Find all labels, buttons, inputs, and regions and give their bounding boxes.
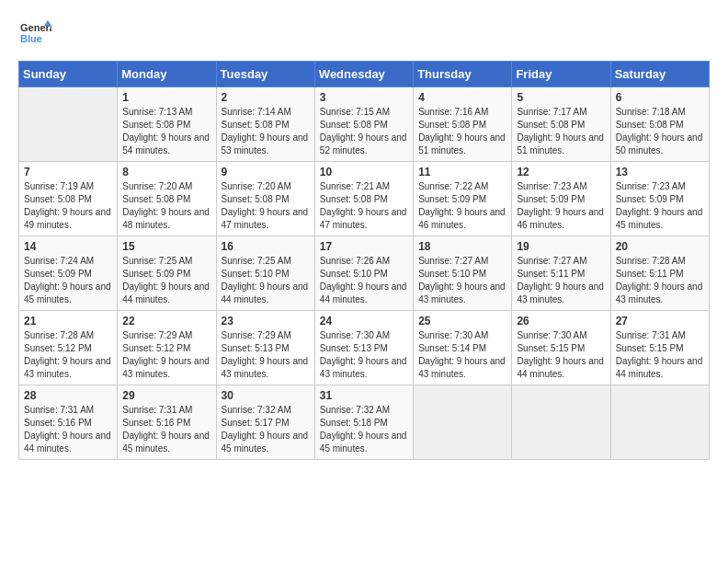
calendar-cell: 29 Sunrise: 7:31 AMSunset: 5:16 PMDaylig… (118, 385, 216, 460)
day-info: Sunrise: 7:25 AMSunset: 5:09 PMDaylight:… (122, 256, 210, 304)
calendar-cell: 18 Sunrise: 7:27 AMSunset: 5:10 PMDaylig… (414, 236, 512, 311)
day-number: 3 (320, 91, 408, 104)
calendar-cell: 17 Sunrise: 7:26 AMSunset: 5:10 PMDaylig… (314, 236, 413, 311)
calendar-cell: 14 Sunrise: 7:24 AMSunset: 5:09 PMDaylig… (19, 236, 118, 311)
calendar-cell: 15 Sunrise: 7:25 AMSunset: 5:09 PMDaylig… (118, 236, 216, 311)
day-number: 12 (517, 166, 605, 178)
calendar-cell: 2 Sunrise: 7:14 AMSunset: 5:08 PMDayligh… (216, 87, 314, 162)
day-number: 5 (517, 91, 605, 104)
day-number: 4 (418, 91, 506, 104)
svg-text:Blue: Blue (20, 33, 42, 44)
day-number: 1 (122, 91, 210, 104)
day-number: 14 (24, 240, 112, 253)
day-number: 27 (616, 315, 704, 327)
calendar-cell: 3 Sunrise: 7:15 AMSunset: 5:08 PMDayligh… (314, 87, 413, 162)
calendar-header-row: SundayMondayTuesdayWednesdayThursdayFrid… (19, 62, 710, 87)
day-number: 18 (418, 240, 506, 253)
logo: General Blue (18, 18, 51, 52)
day-header-wednesday: Wednesday (314, 62, 413, 87)
day-info: Sunrise: 7:24 AMSunset: 5:09 PMDaylight:… (24, 256, 111, 304)
day-number: 19 (517, 240, 605, 253)
day-number: 16 (222, 240, 310, 253)
day-info: Sunrise: 7:28 AMSunset: 5:12 PMDaylight:… (24, 330, 111, 379)
calendar-cell (19, 87, 118, 162)
day-info: Sunrise: 7:32 AMSunset: 5:18 PMDaylight:… (320, 405, 407, 454)
day-header-monday: Monday (118, 62, 216, 87)
calendar-cell: 16 Sunrise: 7:25 AMSunset: 5:10 PMDaylig… (216, 236, 314, 311)
calendar-cell: 6 Sunrise: 7:18 AMSunset: 5:08 PMDayligh… (610, 87, 709, 162)
day-number: 26 (517, 315, 605, 327)
calendar-cell: 10 Sunrise: 7:21 AMSunset: 5:08 PMDaylig… (314, 162, 413, 236)
day-number: 2 (222, 91, 310, 104)
calendar-cell (414, 385, 512, 460)
day-header-thursday: Thursday (414, 62, 512, 87)
day-number: 8 (122, 166, 210, 178)
calendar-cell: 31 Sunrise: 7:32 AMSunset: 5:18 PMDaylig… (314, 385, 413, 460)
day-info: Sunrise: 7:27 AMSunset: 5:11 PMDaylight:… (517, 256, 604, 304)
calendar-cell: 19 Sunrise: 7:27 AMSunset: 5:11 PMDaylig… (512, 236, 610, 311)
day-number: 29 (122, 389, 210, 402)
calendar-cell: 30 Sunrise: 7:32 AMSunset: 5:17 PMDaylig… (216, 385, 314, 460)
day-info: Sunrise: 7:25 AMSunset: 5:10 PMDaylight:… (222, 256, 309, 304)
day-info: Sunrise: 7:13 AMSunset: 5:08 PMDaylight:… (122, 107, 210, 155)
day-info: Sunrise: 7:18 AMSunset: 5:08 PMDaylight:… (616, 107, 703, 155)
day-number: 7 (24, 166, 112, 178)
logo-icon: General Blue (18, 18, 51, 52)
day-number: 21 (24, 315, 112, 327)
day-info: Sunrise: 7:26 AMSunset: 5:10 PMDaylight:… (320, 256, 407, 304)
day-info: Sunrise: 7:31 AMSunset: 5:15 PMDaylight:… (616, 330, 703, 379)
calendar-cell: 12 Sunrise: 7:23 AMSunset: 5:09 PMDaylig… (512, 162, 610, 236)
day-info: Sunrise: 7:20 AMSunset: 5:08 PMDaylight:… (222, 181, 309, 230)
calendar-week-row: 7 Sunrise: 7:19 AMSunset: 5:08 PMDayligh… (19, 162, 710, 236)
day-info: Sunrise: 7:31 AMSunset: 5:16 PMDaylight:… (24, 405, 111, 454)
day-info: Sunrise: 7:22 AMSunset: 5:09 PMDaylight:… (418, 181, 506, 230)
day-info: Sunrise: 7:32 AMSunset: 5:17 PMDaylight:… (222, 405, 309, 454)
day-info: Sunrise: 7:29 AMSunset: 5:12 PMDaylight:… (122, 330, 210, 379)
day-number: 11 (418, 166, 506, 178)
day-number: 30 (222, 389, 310, 402)
calendar-cell: 25 Sunrise: 7:30 AMSunset: 5:14 PMDaylig… (414, 311, 512, 385)
day-number: 9 (222, 166, 310, 178)
calendar-cell: 1 Sunrise: 7:13 AMSunset: 5:08 PMDayligh… (118, 87, 216, 162)
day-number: 15 (122, 240, 210, 253)
calendar-week-row: 28 Sunrise: 7:31 AMSunset: 5:16 PMDaylig… (19, 385, 710, 460)
day-info: Sunrise: 7:23 AMSunset: 5:09 PMDaylight:… (616, 181, 703, 230)
day-number: 24 (320, 315, 408, 327)
day-number: 22 (122, 315, 210, 327)
day-info: Sunrise: 7:31 AMSunset: 5:16 PMDaylight:… (122, 405, 210, 454)
day-number: 13 (616, 166, 704, 178)
day-info: Sunrise: 7:30 AMSunset: 5:14 PMDaylight:… (418, 330, 506, 379)
calendar-cell: 22 Sunrise: 7:29 AMSunset: 5:12 PMDaylig… (118, 311, 216, 385)
day-number: 31 (320, 389, 408, 402)
calendar-cell: 26 Sunrise: 7:30 AMSunset: 5:15 PMDaylig… (512, 311, 610, 385)
day-info: Sunrise: 7:23 AMSunset: 5:09 PMDaylight:… (517, 181, 604, 230)
calendar-week-row: 14 Sunrise: 7:24 AMSunset: 5:09 PMDaylig… (19, 236, 710, 311)
day-info: Sunrise: 7:15 AMSunset: 5:08 PMDaylight:… (320, 107, 407, 155)
day-number: 23 (222, 315, 310, 327)
day-info: Sunrise: 7:16 AMSunset: 5:08 PMDaylight:… (418, 107, 506, 155)
calendar-week-row: 1 Sunrise: 7:13 AMSunset: 5:08 PMDayligh… (19, 87, 710, 162)
day-number: 20 (616, 240, 704, 253)
calendar-cell: 23 Sunrise: 7:29 AMSunset: 5:13 PMDaylig… (216, 311, 314, 385)
calendar-cell: 8 Sunrise: 7:20 AMSunset: 5:08 PMDayligh… (118, 162, 216, 236)
calendar-cell: 7 Sunrise: 7:19 AMSunset: 5:08 PMDayligh… (19, 162, 118, 236)
day-info: Sunrise: 7:17 AMSunset: 5:08 PMDaylight:… (517, 107, 604, 155)
day-header-sunday: Sunday (19, 62, 118, 87)
day-info: Sunrise: 7:19 AMSunset: 5:08 PMDaylight:… (24, 181, 111, 230)
day-info: Sunrise: 7:21 AMSunset: 5:08 PMDaylight:… (320, 181, 407, 230)
day-number: 28 (24, 389, 112, 402)
calendar-cell: 21 Sunrise: 7:28 AMSunset: 5:12 PMDaylig… (19, 311, 118, 385)
day-number: 6 (616, 91, 704, 104)
calendar-cell: 9 Sunrise: 7:20 AMSunset: 5:08 PMDayligh… (216, 162, 314, 236)
day-number: 10 (320, 166, 408, 178)
calendar-table: SundayMondayTuesdayWednesdayThursdayFrid… (18, 61, 710, 460)
day-info: Sunrise: 7:14 AMSunset: 5:08 PMDaylight:… (222, 107, 309, 155)
calendar-cell (610, 385, 709, 460)
calendar-cell: 11 Sunrise: 7:22 AMSunset: 5:09 PMDaylig… (414, 162, 512, 236)
calendar-cell: 20 Sunrise: 7:28 AMSunset: 5:11 PMDaylig… (610, 236, 709, 311)
day-header-saturday: Saturday (610, 62, 709, 87)
calendar-cell: 13 Sunrise: 7:23 AMSunset: 5:09 PMDaylig… (610, 162, 709, 236)
calendar-cell: 5 Sunrise: 7:17 AMSunset: 5:08 PMDayligh… (512, 87, 610, 162)
day-info: Sunrise: 7:28 AMSunset: 5:11 PMDaylight:… (616, 256, 703, 304)
day-number: 25 (418, 315, 506, 327)
